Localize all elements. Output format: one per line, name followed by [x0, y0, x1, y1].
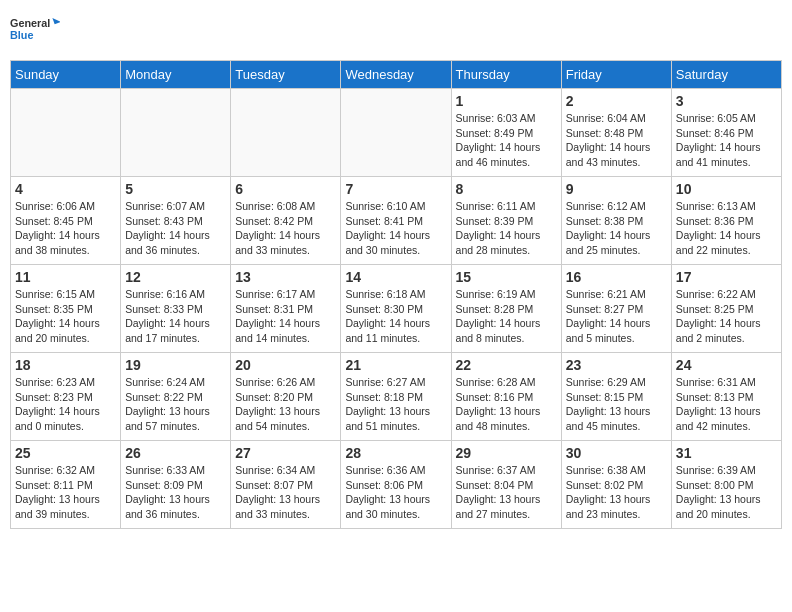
day-info: Sunrise: 6:16 AMSunset: 8:33 PMDaylight:…	[125, 287, 226, 346]
day-info: Sunrise: 6:23 AMSunset: 8:23 PMDaylight:…	[15, 375, 116, 434]
svg-text:Blue: Blue	[10, 29, 33, 41]
logo: General Blue	[10, 10, 60, 50]
day-info: Sunrise: 6:03 AMSunset: 8:49 PMDaylight:…	[456, 111, 557, 170]
dow-header: Sunday	[11, 61, 121, 89]
day-number: 28	[345, 445, 446, 461]
calendar-cell: 11Sunrise: 6:15 AMSunset: 8:35 PMDayligh…	[11, 265, 121, 353]
day-number: 30	[566, 445, 667, 461]
day-number: 26	[125, 445, 226, 461]
days-of-week-row: SundayMondayTuesdayWednesdayThursdayFrid…	[11, 61, 782, 89]
day-number: 11	[15, 269, 116, 285]
dow-header: Thursday	[451, 61, 561, 89]
day-info: Sunrise: 6:15 AMSunset: 8:35 PMDaylight:…	[15, 287, 116, 346]
calendar-cell: 27Sunrise: 6:34 AMSunset: 8:07 PMDayligh…	[231, 441, 341, 529]
calendar-cell: 18Sunrise: 6:23 AMSunset: 8:23 PMDayligh…	[11, 353, 121, 441]
day-info: Sunrise: 6:04 AMSunset: 8:48 PMDaylight:…	[566, 111, 667, 170]
day-info: Sunrise: 6:31 AMSunset: 8:13 PMDaylight:…	[676, 375, 777, 434]
calendar-cell: 9Sunrise: 6:12 AMSunset: 8:38 PMDaylight…	[561, 177, 671, 265]
day-info: Sunrise: 6:28 AMSunset: 8:16 PMDaylight:…	[456, 375, 557, 434]
day-info: Sunrise: 6:36 AMSunset: 8:06 PMDaylight:…	[345, 463, 446, 522]
calendar-cell: 8Sunrise: 6:11 AMSunset: 8:39 PMDaylight…	[451, 177, 561, 265]
day-number: 14	[345, 269, 446, 285]
calendar-week-row: 11Sunrise: 6:15 AMSunset: 8:35 PMDayligh…	[11, 265, 782, 353]
day-info: Sunrise: 6:17 AMSunset: 8:31 PMDaylight:…	[235, 287, 336, 346]
day-info: Sunrise: 6:12 AMSunset: 8:38 PMDaylight:…	[566, 199, 667, 258]
day-number: 31	[676, 445, 777, 461]
calendar-cell: 13Sunrise: 6:17 AMSunset: 8:31 PMDayligh…	[231, 265, 341, 353]
calendar-cell: 6Sunrise: 6:08 AMSunset: 8:42 PMDaylight…	[231, 177, 341, 265]
calendar-week-row: 25Sunrise: 6:32 AMSunset: 8:11 PMDayligh…	[11, 441, 782, 529]
calendar-week-row: 18Sunrise: 6:23 AMSunset: 8:23 PMDayligh…	[11, 353, 782, 441]
day-info: Sunrise: 6:32 AMSunset: 8:11 PMDaylight:…	[15, 463, 116, 522]
calendar-body: 1Sunrise: 6:03 AMSunset: 8:49 PMDaylight…	[11, 89, 782, 529]
day-number: 17	[676, 269, 777, 285]
day-info: Sunrise: 6:11 AMSunset: 8:39 PMDaylight:…	[456, 199, 557, 258]
day-number: 19	[125, 357, 226, 373]
dow-header: Tuesday	[231, 61, 341, 89]
calendar-cell: 29Sunrise: 6:37 AMSunset: 8:04 PMDayligh…	[451, 441, 561, 529]
day-number: 6	[235, 181, 336, 197]
day-info: Sunrise: 6:13 AMSunset: 8:36 PMDaylight:…	[676, 199, 777, 258]
page-header: General Blue	[10, 10, 782, 50]
calendar-cell: 22Sunrise: 6:28 AMSunset: 8:16 PMDayligh…	[451, 353, 561, 441]
calendar-week-row: 4Sunrise: 6:06 AMSunset: 8:45 PMDaylight…	[11, 177, 782, 265]
day-info: Sunrise: 6:22 AMSunset: 8:25 PMDaylight:…	[676, 287, 777, 346]
day-info: Sunrise: 6:38 AMSunset: 8:02 PMDaylight:…	[566, 463, 667, 522]
calendar-cell: 17Sunrise: 6:22 AMSunset: 8:25 PMDayligh…	[671, 265, 781, 353]
calendar-cell	[11, 89, 121, 177]
calendar-cell: 15Sunrise: 6:19 AMSunset: 8:28 PMDayligh…	[451, 265, 561, 353]
calendar-cell: 10Sunrise: 6:13 AMSunset: 8:36 PMDayligh…	[671, 177, 781, 265]
day-number: 10	[676, 181, 777, 197]
calendar-cell	[231, 89, 341, 177]
dow-header: Wednesday	[341, 61, 451, 89]
day-number: 20	[235, 357, 336, 373]
svg-marker-2	[52, 16, 60, 25]
day-info: Sunrise: 6:27 AMSunset: 8:18 PMDaylight:…	[345, 375, 446, 434]
svg-text:General: General	[10, 17, 50, 29]
calendar-cell	[121, 89, 231, 177]
day-info: Sunrise: 6:39 AMSunset: 8:00 PMDaylight:…	[676, 463, 777, 522]
calendar-cell: 7Sunrise: 6:10 AMSunset: 8:41 PMDaylight…	[341, 177, 451, 265]
calendar-table: SundayMondayTuesdayWednesdayThursdayFrid…	[10, 60, 782, 529]
day-number: 16	[566, 269, 667, 285]
calendar-cell: 2Sunrise: 6:04 AMSunset: 8:48 PMDaylight…	[561, 89, 671, 177]
calendar-cell: 19Sunrise: 6:24 AMSunset: 8:22 PMDayligh…	[121, 353, 231, 441]
day-info: Sunrise: 6:08 AMSunset: 8:42 PMDaylight:…	[235, 199, 336, 258]
dow-header: Monday	[121, 61, 231, 89]
calendar-cell: 23Sunrise: 6:29 AMSunset: 8:15 PMDayligh…	[561, 353, 671, 441]
day-number: 24	[676, 357, 777, 373]
calendar-cell: 24Sunrise: 6:31 AMSunset: 8:13 PMDayligh…	[671, 353, 781, 441]
calendar-cell: 25Sunrise: 6:32 AMSunset: 8:11 PMDayligh…	[11, 441, 121, 529]
day-info: Sunrise: 6:21 AMSunset: 8:27 PMDaylight:…	[566, 287, 667, 346]
calendar-cell: 5Sunrise: 6:07 AMSunset: 8:43 PMDaylight…	[121, 177, 231, 265]
day-number: 7	[345, 181, 446, 197]
day-info: Sunrise: 6:06 AMSunset: 8:45 PMDaylight:…	[15, 199, 116, 258]
day-number: 27	[235, 445, 336, 461]
calendar-week-row: 1Sunrise: 6:03 AMSunset: 8:49 PMDaylight…	[11, 89, 782, 177]
day-info: Sunrise: 6:05 AMSunset: 8:46 PMDaylight:…	[676, 111, 777, 170]
day-number: 8	[456, 181, 557, 197]
day-number: 3	[676, 93, 777, 109]
calendar-cell: 4Sunrise: 6:06 AMSunset: 8:45 PMDaylight…	[11, 177, 121, 265]
calendar-cell: 3Sunrise: 6:05 AMSunset: 8:46 PMDaylight…	[671, 89, 781, 177]
day-info: Sunrise: 6:10 AMSunset: 8:41 PMDaylight:…	[345, 199, 446, 258]
day-number: 9	[566, 181, 667, 197]
day-number: 25	[15, 445, 116, 461]
day-info: Sunrise: 6:24 AMSunset: 8:22 PMDaylight:…	[125, 375, 226, 434]
dow-header: Friday	[561, 61, 671, 89]
day-number: 23	[566, 357, 667, 373]
dow-header: Saturday	[671, 61, 781, 89]
calendar-cell: 31Sunrise: 6:39 AMSunset: 8:00 PMDayligh…	[671, 441, 781, 529]
day-info: Sunrise: 6:19 AMSunset: 8:28 PMDaylight:…	[456, 287, 557, 346]
calendar-cell: 1Sunrise: 6:03 AMSunset: 8:49 PMDaylight…	[451, 89, 561, 177]
day-number: 15	[456, 269, 557, 285]
day-number: 12	[125, 269, 226, 285]
calendar-cell: 26Sunrise: 6:33 AMSunset: 8:09 PMDayligh…	[121, 441, 231, 529]
day-info: Sunrise: 6:33 AMSunset: 8:09 PMDaylight:…	[125, 463, 226, 522]
day-info: Sunrise: 6:07 AMSunset: 8:43 PMDaylight:…	[125, 199, 226, 258]
logo-svg: General Blue	[10, 10, 60, 50]
day-number: 4	[15, 181, 116, 197]
day-number: 22	[456, 357, 557, 373]
calendar-cell: 12Sunrise: 6:16 AMSunset: 8:33 PMDayligh…	[121, 265, 231, 353]
day-number: 13	[235, 269, 336, 285]
